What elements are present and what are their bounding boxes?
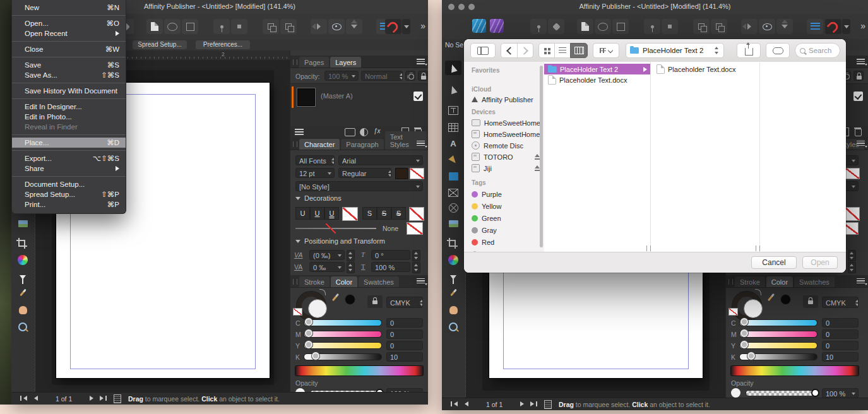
flip-horizontal-button[interactable]	[311, 19, 327, 34]
preferences-button[interactable]: Preferences...	[196, 40, 250, 49]
black-value-field[interactable]: 10	[386, 352, 423, 362]
toolbar-overflow-icon[interactable]: »	[860, 21, 865, 31]
section-disclosure-icon[interactable]	[295, 197, 300, 200]
blend-mode-select[interactable]: Normal	[361, 71, 403, 81]
designer-persona-icon[interactable]	[472, 19, 486, 33]
move-tool[interactable]	[445, 61, 461, 75]
sidebar-toggle-button[interactable]	[470, 43, 496, 58]
menu-item-new[interactable]: New⌘N	[12, 3, 126, 13]
first-page-button[interactable]	[451, 401, 458, 406]
open-button[interactable]: Open	[802, 256, 838, 269]
fx-icon[interactable]: ƒx	[374, 127, 381, 134]
sidebar-item-device[interactable]: HomeSweetHome	[472, 129, 540, 139]
share-button[interactable]	[737, 43, 761, 58]
preview-mode-button[interactable]	[759, 19, 775, 34]
color-spectrum-bar[interactable]	[731, 366, 859, 376]
fill-color-well[interactable]	[308, 299, 327, 318]
previous-page-button[interactable]	[465, 401, 468, 406]
strike-double-button[interactable]: S	[391, 207, 406, 220]
flip-vertical-button[interactable]	[776, 19, 793, 34]
pen-tool[interactable]	[445, 153, 461, 167]
font-name-select[interactable]: Arial	[338, 155, 423, 165]
layer-name[interactable]: (Master A)	[321, 92, 353, 100]
menu-item-share[interactable]: Share	[12, 163, 126, 174]
strike-none-button[interactable]: S	[362, 207, 377, 220]
color-model-select[interactable]: CMYK	[386, 297, 423, 308]
menu-item-document-setup[interactable]: Document Setup...	[12, 179, 126, 189]
cyan-value-field[interactable]: 0	[386, 318, 423, 328]
layer-row[interactable]: (Master A)	[290, 86, 428, 109]
color-tool[interactable]	[15, 252, 31, 267]
shear-stepper[interactable]	[412, 250, 420, 261]
sidebar-item-device[interactable]: HomeSweetHome	[472, 118, 540, 127]
line-color-swatch[interactable]	[407, 222, 423, 235]
insert-page-button[interactable]	[577, 19, 593, 34]
column-resize-handle[interactable]	[756, 245, 760, 251]
magenta-slider[interactable]	[304, 331, 381, 337]
sidebar-item-device[interactable]: TOTORO	[472, 152, 540, 162]
layer-settings-button[interactable]	[405, 71, 415, 81]
vertical-scale-stepper[interactable]	[848, 262, 856, 273]
node-tool[interactable]	[445, 82, 461, 97]
panel-grip-icon[interactable]	[293, 279, 297, 285]
back-forward-buttons[interactable]	[501, 43, 533, 58]
artistic-text-tool[interactable]: A	[445, 136, 461, 151]
tab-pages[interactable]: Pages	[299, 57, 329, 68]
color-lock-button[interactable]	[803, 295, 818, 308]
tab-stroke[interactable]: Stroke	[735, 276, 765, 287]
slider-knob[interactable]	[740, 318, 748, 326]
picture-frame-rectangle-tool[interactable]	[445, 186, 461, 200]
table-tool[interactable]	[445, 120, 461, 134]
menu-item-edit-in-designer[interactable]: Edit In Designer...	[12, 102, 126, 112]
color-lock-button[interactable]	[367, 295, 383, 308]
cyan-value-field[interactable]: 0	[822, 318, 859, 328]
flip-vertical-button[interactable]	[346, 19, 362, 34]
previous-page-button[interactable]	[34, 396, 38, 401]
menu-item-print[interactable]: Print...⌘P	[12, 199, 126, 210]
eyedropper-icon[interactable]	[768, 293, 775, 302]
transparency-tool[interactable]	[15, 270, 31, 285]
underline-none-button[interactable]: U	[295, 207, 310, 220]
column-divider[interactable]	[650, 62, 651, 252]
file-row-placeholder-text-2[interactable]: PlaceHolder Text 2	[544, 64, 650, 74]
slider-knob[interactable]	[740, 341, 748, 348]
search-field[interactable]: Search	[795, 43, 840, 58]
view-hand-tool[interactable]	[15, 303, 31, 317]
last-page-button[interactable]	[100, 396, 107, 401]
photo-persona-icon[interactable]	[490, 19, 504, 33]
yellow-slider[interactable]	[740, 343, 817, 348]
pin-object-button[interactable]	[213, 19, 230, 34]
trash-icon[interactable]	[855, 129, 862, 136]
panel-menu-icon[interactable]	[857, 278, 865, 284]
strike-single-button[interactable]: S	[377, 207, 391, 220]
snapping-magnet-button[interactable]	[385, 19, 401, 34]
transparency-tool[interactable]	[445, 270, 461, 285]
column-resize-handle[interactable]	[646, 245, 651, 251]
panel-menu-icon[interactable]	[417, 59, 425, 64]
no-color-chip[interactable]	[293, 308, 302, 316]
menu-item-spread-setup[interactable]: Spread Setup...⇧⌘P	[12, 189, 126, 199]
color-picker-tool[interactable]	[445, 285, 461, 300]
sidebar-item-tag[interactable]: Purple	[472, 189, 540, 199]
snapshot-button[interactable]	[548, 19, 564, 34]
anchor-button[interactable]	[231, 19, 247, 34]
yellow-value-field[interactable]: 0	[822, 341, 859, 350]
next-page-button[interactable]	[520, 401, 524, 406]
slider-knob[interactable]	[305, 329, 312, 337]
layer-visibility-checkbox[interactable]	[413, 92, 423, 101]
tab-paragraph[interactable]: Paragraph	[341, 139, 383, 150]
text-style-select[interactable]: [No Style]	[295, 181, 423, 191]
swap-colors-icon[interactable]	[755, 289, 761, 295]
slider-knob[interactable]	[312, 352, 319, 360]
flip-horizontal-button[interactable]	[741, 19, 758, 34]
tags-button[interactable]	[766, 43, 790, 58]
rectangle-tool[interactable]	[445, 169, 461, 184]
picture-frame-ellipse-tool[interactable]	[445, 201, 461, 215]
layer-thumbnail[interactable]	[297, 88, 315, 106]
toolbar-overflow-icon[interactable]: »	[420, 21, 425, 31]
menu-item-save-history[interactable]: Save History With Document	[12, 86, 126, 96]
slider-knob[interactable]	[811, 389, 819, 397]
menu-item-open[interactable]: Open...⌘O	[12, 18, 126, 28]
snapping-dropdown-button[interactable]	[402, 19, 410, 34]
next-page-button[interactable]	[90, 396, 93, 401]
